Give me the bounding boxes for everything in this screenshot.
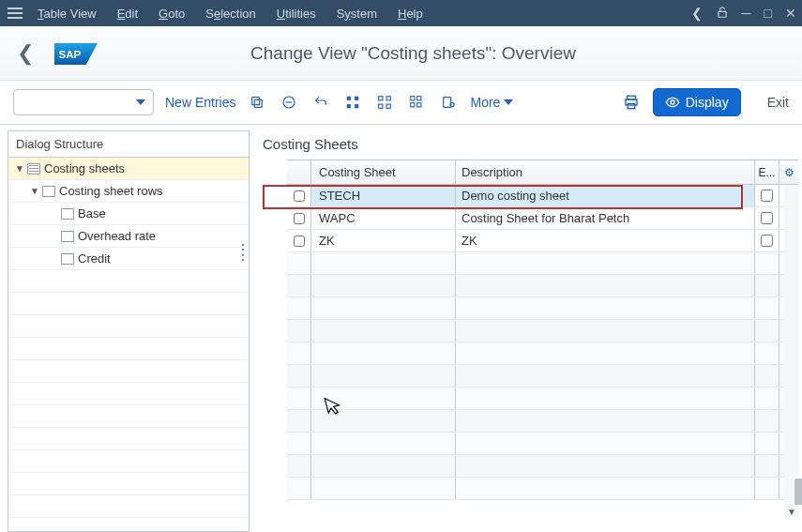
table-row[interactable]: ZK ZK bbox=[287, 230, 798, 252]
tree-label: Costing sheets bbox=[44, 161, 125, 175]
print-icon[interactable] bbox=[621, 94, 642, 111]
cell-desc[interactable]: ZK bbox=[456, 230, 755, 251]
table-row-empty bbox=[287, 297, 798, 320]
tree-node-base[interactable]: Base bbox=[8, 203, 249, 225]
tree: ▼ Costing sheets ▼ Costing sheet rows Ba… bbox=[8, 158, 249, 532]
folder-icon bbox=[42, 186, 55, 197]
cell-sheet[interactable]: WAPC bbox=[311, 207, 456, 229]
tree-node-rows[interactable]: ▼ Costing sheet rows bbox=[8, 180, 249, 203]
row-e-checkbox[interactable] bbox=[761, 235, 773, 247]
col-header-sheet[interactable]: Costing Sheet bbox=[311, 160, 456, 184]
table-row[interactable]: STECH Demo costing sheet ▲ bbox=[287, 185, 798, 207]
collapse-icon[interactable]: ▼ bbox=[14, 163, 25, 174]
more-button[interactable]: More bbox=[470, 95, 513, 110]
collapse-icon[interactable]: ▼ bbox=[29, 186, 40, 196]
scroll-thumb[interactable] bbox=[794, 479, 802, 505]
table-row-empty bbox=[287, 433, 798, 455]
menu-edit[interactable]: Edit bbox=[117, 7, 138, 21]
svg-rect-8 bbox=[356, 97, 359, 100]
col-header-e[interactable]: E... bbox=[755, 160, 779, 184]
svg-rect-4 bbox=[252, 98, 260, 105]
svg-rect-18 bbox=[417, 103, 421, 107]
folder-list-icon bbox=[27, 163, 40, 175]
cell-desc[interactable]: Demo costing sheet bbox=[456, 185, 755, 206]
tree-empty-row bbox=[8, 473, 249, 495]
chevron-left-icon[interactable]: ❮ bbox=[691, 6, 703, 21]
menu-goto[interactable]: Goto bbox=[159, 7, 185, 21]
tree-empty-row bbox=[8, 495, 249, 518]
back-button[interactable]: ❮ bbox=[17, 41, 34, 66]
menu-table-view[interactable]: Table View bbox=[38, 7, 97, 21]
row-checkbox[interactable] bbox=[294, 190, 305, 202]
tree-label: Costing sheet rows bbox=[59, 184, 163, 198]
table-row-empty bbox=[287, 365, 798, 388]
svg-rect-9 bbox=[347, 104, 351, 108]
exit-button[interactable]: Exit bbox=[767, 95, 789, 110]
table-row-empty bbox=[287, 388, 798, 410]
svg-rect-14 bbox=[387, 104, 391, 108]
new-entries-button[interactable]: New Entries bbox=[165, 95, 235, 110]
deselect-icon[interactable] bbox=[406, 96, 427, 109]
minimize-icon[interactable]: ─ bbox=[742, 6, 751, 21]
config-icon[interactable] bbox=[438, 95, 459, 110]
folder-icon bbox=[61, 208, 74, 220]
lock-open-icon[interactable] bbox=[716, 6, 729, 22]
tree-empty-row bbox=[8, 270, 249, 293]
tree-node-overhead[interactable]: Overhead rate bbox=[8, 225, 249, 248]
main-layout: Dialog Structure ▼ Costing sheets ▼ Cost… bbox=[0, 125, 802, 532]
tree-empty-row bbox=[8, 405, 249, 428]
menubar: Table View Edit Goto Selection Utilities… bbox=[0, 0, 802, 26]
cell-sheet[interactable]: STECH bbox=[311, 185, 456, 206]
cell-sheet[interactable]: ZK bbox=[311, 230, 456, 251]
tree-empty-row bbox=[8, 383, 249, 405]
select-all-icon[interactable] bbox=[342, 96, 363, 109]
tree-node-costing-sheets[interactable]: ▼ Costing sheets bbox=[8, 158, 249, 180]
col-select-all[interactable] bbox=[287, 160, 311, 184]
row-checkbox[interactable] bbox=[294, 236, 305, 247]
close-icon[interactable]: ✕ bbox=[785, 6, 796, 21]
scroll-down-icon[interactable]: ▼ bbox=[784, 505, 799, 518]
menu-burger-icon[interactable] bbox=[6, 6, 24, 21]
menu-selection[interactable]: Selection bbox=[205, 7, 255, 21]
vertical-scrollbar[interactable]: ▼ bbox=[784, 185, 799, 518]
tree-node-credit[interactable]: Credit bbox=[8, 248, 249, 270]
tree-label: Overhead rate bbox=[78, 229, 156, 243]
row-e-checkbox[interactable] bbox=[761, 190, 773, 202]
splitter-handle[interactable] bbox=[242, 244, 250, 261]
grid-body: STECH Demo costing sheet ▲ WAPC Costing … bbox=[287, 185, 798, 500]
display-button[interactable]: Display bbox=[653, 88, 741, 116]
row-checkbox[interactable] bbox=[294, 213, 305, 224]
undo-icon[interactable] bbox=[310, 95, 331, 110]
page-title: Change View "Costing sheets": Overview bbox=[41, 43, 785, 64]
tree-label: Base bbox=[78, 206, 106, 220]
cell-desc[interactable]: Costing Sheet for Bharat Petch bbox=[456, 207, 755, 229]
menu-help[interactable]: Help bbox=[398, 7, 423, 21]
page-header: ❮ SAP Change View "Costing sheets": Over… bbox=[0, 26, 802, 81]
delete-icon[interactable] bbox=[279, 95, 299, 110]
table-row-empty bbox=[287, 342, 798, 365]
svg-rect-17 bbox=[411, 103, 415, 107]
costing-sheets-grid: Costing Sheet Description E... ⚙ STECH D… bbox=[287, 160, 798, 518]
svg-rect-19 bbox=[444, 98, 451, 108]
content-area: Costing Sheets Costing Sheet Description… bbox=[250, 125, 802, 532]
copy-icon[interactable] bbox=[247, 95, 267, 110]
row-e-checkbox[interactable] bbox=[761, 212, 773, 224]
grid-header: Costing Sheet Description E... ⚙ bbox=[287, 160, 798, 185]
menu-system[interactable]: System bbox=[337, 7, 377, 21]
tree-empty-row bbox=[8, 518, 249, 532]
folder-icon bbox=[61, 231, 74, 242]
table-row-empty bbox=[287, 410, 798, 433]
table-row[interactable]: WAPC Costing Sheet for Bharat Petch bbox=[287, 207, 798, 230]
folder-icon bbox=[61, 253, 74, 265]
col-header-desc[interactable]: Description bbox=[456, 160, 755, 184]
scroll-up-icon[interactable] bbox=[784, 185, 799, 198]
select-block-icon[interactable] bbox=[374, 96, 395, 109]
maximize-icon[interactable]: □ bbox=[764, 6, 772, 21]
toolbar: New Entries More Display Exit bbox=[0, 81, 802, 125]
table-row-empty bbox=[287, 320, 798, 342]
svg-rect-15 bbox=[411, 97, 415, 100]
content-heading: Costing Sheets bbox=[263, 136, 802, 152]
grid-settings-icon[interactable]: ⚙ bbox=[779, 160, 798, 184]
mode-dropdown[interactable] bbox=[13, 89, 154, 115]
menu-utilities[interactable]: Utilities bbox=[277, 7, 316, 21]
